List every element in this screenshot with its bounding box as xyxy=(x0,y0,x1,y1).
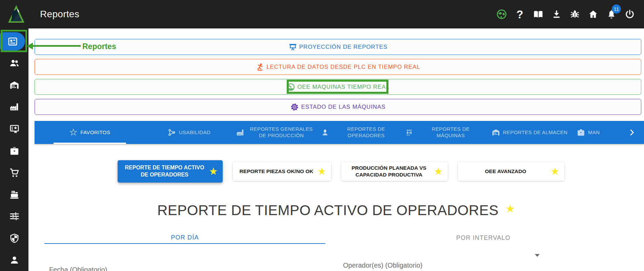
sidebar-item-warehouse[interactable] xyxy=(0,74,28,96)
certificate-icon xyxy=(9,124,20,134)
favorite-card-label: REPORTE DE TIEMPO ACTIVO DE OPERADORES xyxy=(124,164,205,179)
notifications-icon[interactable]: 11 xyxy=(606,9,617,20)
tab-mantenimiento-truncated[interactable]: MAN xyxy=(572,121,624,144)
gear-icon xyxy=(290,103,299,111)
operator-icon xyxy=(321,128,329,137)
bug-report-icon[interactable] xyxy=(569,9,580,20)
chevron-right-icon xyxy=(628,128,636,137)
favorite-card-oee-avanzado[interactable]: OEE AVANZADO ★ xyxy=(458,162,564,181)
download-icon[interactable] xyxy=(551,9,562,20)
users-icon xyxy=(9,58,20,68)
power-icon[interactable] xyxy=(624,9,635,20)
favorite-card-label: PRODUCCIÓN PLANEADA VS CAPACIDAD PRODUCT… xyxy=(347,165,430,178)
sidebar-item-certificates[interactable] xyxy=(0,118,28,140)
tab-usabilidad-label: USABILIDAD xyxy=(179,129,210,136)
tab-maquinas-label: REPORTES DE MÁQUINAS xyxy=(417,126,484,139)
app-window: Reportes ? xyxy=(0,0,644,271)
account-icon xyxy=(9,255,20,265)
favorite-star-icon[interactable]: ★ xyxy=(317,166,326,176)
subtab-por-dia[interactable]: POR DÍA xyxy=(44,232,325,244)
app-logo-icon xyxy=(7,4,25,24)
warehouse-icon xyxy=(9,80,20,90)
sidebar-item-purchases[interactable] xyxy=(0,162,28,184)
proyeccion-label: PROYECCIÓN DE REPORTES xyxy=(299,44,387,50)
favorite-card-label: REPORTE PIEZAS OK/NO OK xyxy=(239,168,314,175)
report-title-text: REPORTE DE TIEMPO ACTIVO DE OPERADORES xyxy=(157,202,499,218)
annotation-reportes-label: Reportes xyxy=(82,42,116,51)
tab-man-label: MAN xyxy=(588,129,600,136)
star-outline-icon: ☆ xyxy=(69,128,78,137)
sidebar-item-factory[interactable] xyxy=(0,96,28,118)
sidebar-item-work[interactable] xyxy=(0,140,28,162)
operador-field-label[interactable]: Operador(es) (Obligatorio) xyxy=(343,262,423,269)
tab-favoritos[interactable]: ☆ FAVORITOS xyxy=(35,121,145,144)
sidebar-item-register[interactable] xyxy=(0,184,28,206)
tab-almacen-label: REPORTES DE ALMACEN xyxy=(503,129,568,136)
tab-reportes-maquinas[interactable]: REPORTES DE MÁQUINAS xyxy=(403,121,487,144)
plc-live-data-icon xyxy=(256,63,264,71)
favorite-star-icon[interactable]: ★ xyxy=(550,166,560,176)
favorite-card-label: OEE AVANZADO xyxy=(464,168,547,175)
factory-icon xyxy=(9,102,20,112)
tab-usabilidad[interactable]: USABILIDAD xyxy=(145,121,233,144)
sidebar xyxy=(0,28,28,271)
favorite-card-produccion-planeada[interactable]: PRODUCCIÓN PLANEADA VS CAPACIDAD PRODUCT… xyxy=(341,162,448,181)
help-glyph: ? xyxy=(516,9,523,20)
fecha-field-label[interactable]: Fecha (Obligatorio) xyxy=(49,266,107,271)
globe-icon[interactable] xyxy=(496,9,507,20)
favorite-card-tiempo-activo[interactable]: REPORTE DE TIEMPO ACTIVO DE OPERADORES ★ xyxy=(118,160,223,183)
subtab-por-intervalo[interactable]: POR INTERVALO xyxy=(325,232,641,244)
page-title: Reportes xyxy=(40,9,79,20)
estado-maquinas-button[interactable]: ESTADO DE LAS MÁQUINAS xyxy=(35,99,641,115)
tune-icon xyxy=(9,211,20,222)
presentation-icon xyxy=(288,43,297,51)
tab-reportes-almacen[interactable]: REPORTES DE ALMACEN xyxy=(487,121,572,144)
annotation-arrow-line xyxy=(33,45,81,47)
favorites-row: REPORTE DE TIEMPO ACTIVO DE OPERADORES ★… xyxy=(118,160,564,183)
favorite-star-icon[interactable]: ★ xyxy=(209,166,218,176)
annotation-highlight-oee-button xyxy=(287,80,388,94)
lectura-label: LECTURA DE DATOS DESDE PLC EN TIEMPO REA… xyxy=(266,64,420,70)
warehouse-icon xyxy=(491,128,500,137)
usability-route-icon xyxy=(167,128,176,137)
help-icon[interactable]: ? xyxy=(514,9,525,20)
sidebar-item-users[interactable] xyxy=(0,53,28,75)
report-title: REPORTE DE TIEMPO ACTIVO DE OPERADORES★ xyxy=(28,202,644,218)
factory-icon xyxy=(236,128,245,137)
sidebar-item-security[interactable] xyxy=(0,227,28,249)
top-bar: Reportes ? xyxy=(0,0,644,28)
tab-reportes-operadores[interactable]: REPORTES DE OPERADORES xyxy=(318,121,403,144)
briefcase-icon xyxy=(577,128,585,137)
favorite-star-icon[interactable]: ★ xyxy=(434,166,443,176)
report-tabbar: ☆ FAVORITOS USABILIDAD REPORTES GENERALE… xyxy=(35,121,644,144)
sidebar-item-settings[interactable] xyxy=(0,205,28,227)
tab-operadores-label: REPORTES DE OPERADORES xyxy=(332,126,400,139)
cart-icon xyxy=(9,167,20,178)
favorite-card-piezas-ok[interactable]: REPORTE PIEZAS OK/NO OK ★ xyxy=(233,162,331,181)
register-icon xyxy=(9,189,20,200)
lectura-plc-button[interactable]: LECTURA DE DATOS DESDE PLC EN TIEMPO REA… xyxy=(35,59,641,75)
report-subtabs: POR DÍA POR INTERVALO xyxy=(44,232,641,244)
tab-favoritos-label: FAVORITOS xyxy=(80,129,110,136)
estado-label: ESTADO DE LAS MÁQUINAS xyxy=(301,104,385,110)
security-icon xyxy=(9,233,20,244)
proyeccion-de-reportes-button[interactable]: PROYECCIÓN DE REPORTES xyxy=(35,39,641,55)
topbar-actions: ? xyxy=(496,9,635,20)
manual-icon[interactable] xyxy=(532,9,544,20)
sidebar-item-account[interactable] xyxy=(0,249,28,271)
main-content: PROYECCIÓN DE REPORTES LECTURA DE DATOS … xyxy=(28,28,644,271)
annotation-highlight-sidebar-reports xyxy=(1,30,27,52)
report-favorite-star-icon[interactable]: ★ xyxy=(505,203,515,215)
annotation-arrow-head xyxy=(27,43,33,49)
notification-count-badge: 11 xyxy=(612,4,621,14)
machine-icon xyxy=(405,128,414,137)
briefcase-icon xyxy=(9,146,20,156)
home-icon[interactable] xyxy=(587,9,599,20)
tabs-scroll-right-button[interactable] xyxy=(624,121,639,144)
tab-reportes-generales[interactable]: REPORTES GENERALES DE PRODUCCIÓN xyxy=(233,121,318,144)
operador-select-caret-icon[interactable] xyxy=(535,254,540,257)
tab-generales-label: REPORTES GENERALES DE PRODUCCIÓN xyxy=(247,126,315,139)
